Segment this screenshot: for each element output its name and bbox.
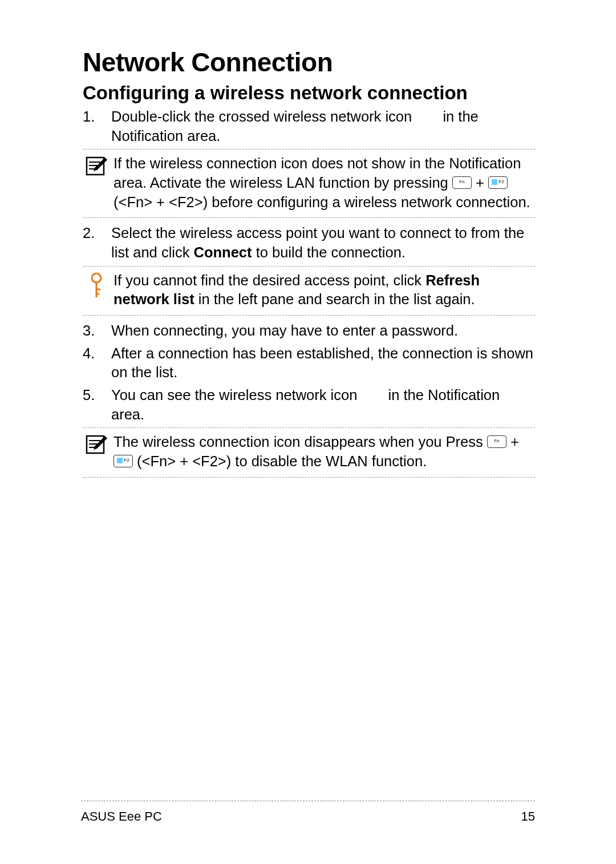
step-body: When connecting, you may have to enter a… <box>111 321 535 341</box>
text: Double-click the crossed wireless networ… <box>111 108 412 124</box>
text: If you cannot find the desired access po… <box>114 272 425 288</box>
text: in the left pane and search in the list … <box>194 291 475 307</box>
note-important-1: If the wireless connection icon does not… <box>83 149 535 218</box>
step-1: 1. Double-click the crossed wireless net… <box>83 107 535 146</box>
page-footer: ASUS Eee PC 15 <box>81 805 535 824</box>
step-body: After a connection has been established,… <box>111 344 535 382</box>
step-number: 3. <box>83 321 111 341</box>
step-body: Select the wireless access point you wan… <box>111 224 535 262</box>
text: (<Fn> + <F2>) to disable the WLAN functi… <box>133 453 427 469</box>
text: F2 <box>124 458 129 463</box>
step-number: 4. <box>83 344 111 382</box>
step-3: 3. When connecting, you may have to ente… <box>83 321 535 341</box>
steps-list: 2. Select the wireless access point you … <box>83 224 535 262</box>
f2-key-icon: F2 <box>114 455 133 467</box>
text: You can see the wireless network icon <box>111 387 357 403</box>
svg-marker-4 <box>94 158 107 171</box>
steps-list: 1. Double-click the crossed wireless net… <box>83 107 535 146</box>
footer-page-number: 15 <box>521 809 535 824</box>
text: F2 <box>499 179 504 184</box>
footer-divider <box>81 801 535 801</box>
fn-key-icon: Fn <box>487 435 506 448</box>
steps-list: 3. When connecting, you may have to ente… <box>83 321 535 424</box>
note-body: The wireless connection icon disappears … <box>110 433 535 471</box>
step-2: 2. Select the wireless access point you … <box>83 224 535 262</box>
text: (<Fn> + <F2>) before configuring a wirel… <box>114 194 530 210</box>
content-area: 1. Double-click the crossed wireless net… <box>83 107 535 478</box>
step-4: 4. After a connection has been establish… <box>83 344 535 382</box>
text: The wireless connection icon disappears … <box>114 434 487 450</box>
step-number: 2. <box>83 224 111 262</box>
note-body: If you cannot find the desired access po… <box>110 271 535 309</box>
text: + <box>472 175 488 191</box>
note-important-2: The wireless connection icon disappears … <box>83 427 535 477</box>
step-5: 5. You can see the wireless network icon… <box>83 386 535 424</box>
note-tip: If you cannot find the desired access po… <box>83 266 535 316</box>
f2-key-icon: F2 <box>488 176 508 189</box>
pencil-note-icon <box>83 154 110 177</box>
text: + <box>506 434 519 450</box>
step-body: You can see the wireless network icon in… <box>111 386 535 424</box>
bold-text: Connect <box>194 244 252 260</box>
svg-marker-13 <box>94 436 107 450</box>
step-number: 1. <box>83 107 111 146</box>
text: to build the connection. <box>252 244 406 260</box>
page-title: Network Connection <box>83 47 535 78</box>
note-body: If the wireless connection icon does not… <box>110 154 535 212</box>
footer-left: ASUS Eee PC <box>81 809 162 824</box>
svg-point-5 <box>92 273 101 282</box>
manual-page: Network Connection Configuring a wireles… <box>0 0 616 864</box>
step-number: 5. <box>83 386 111 424</box>
step-body: Double-click the crossed wireless networ… <box>111 107 535 146</box>
key-tip-icon <box>83 271 110 302</box>
section-subtitle: Configuring a wireless network connectio… <box>83 82 535 104</box>
fn-key-icon: Fn <box>452 176 472 189</box>
pencil-note-icon <box>83 433 110 455</box>
